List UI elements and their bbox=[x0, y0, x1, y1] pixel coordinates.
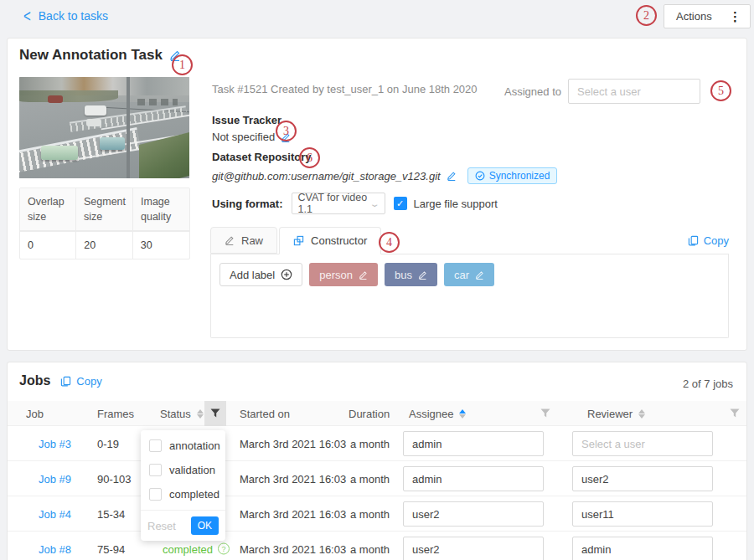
col-duration[interactable]: Duration bbox=[349, 401, 390, 426]
assigned-to-input[interactable] bbox=[568, 79, 700, 104]
jobs-copy-label: Copy bbox=[76, 375, 101, 388]
dataset-repository-block: Dataset Repository git@github.com:userna… bbox=[212, 151, 557, 184]
annotation-circle-1: 1 bbox=[172, 54, 193, 75]
checkbox-unchecked-icon[interactable] bbox=[149, 439, 162, 452]
task-details-card: New Annotation Task 1 Overlap size Segme… bbox=[7, 38, 747, 351]
check-circle-icon bbox=[475, 171, 485, 181]
block-build-icon bbox=[293, 235, 304, 246]
reviewer-input[interactable] bbox=[572, 537, 713, 560]
status-cell: completed ? bbox=[163, 542, 230, 555]
filter-option-annotation[interactable]: annotation bbox=[141, 434, 225, 458]
edit-label-person-icon[interactable] bbox=[359, 270, 368, 280]
job-link[interactable]: Job #8 bbox=[39, 542, 71, 555]
col-reviewer[interactable]: Reviewer bbox=[587, 401, 645, 426]
frames-cell: 90-103 bbox=[97, 472, 131, 485]
assignee-sorter-icon[interactable] bbox=[459, 409, 466, 419]
reviewer-input[interactable] bbox=[572, 431, 713, 456]
assignee-input[interactable] bbox=[403, 501, 544, 527]
reviewer-input[interactable] bbox=[572, 466, 713, 491]
jobs-card: Jobs Copy 2 of 7 jobs Job Frames Status … bbox=[7, 362, 747, 560]
param-header-quality: Image quality bbox=[133, 188, 189, 231]
filter-option-completed[interactable]: completed bbox=[141, 482, 225, 506]
filter-option-validation[interactable]: validation bbox=[141, 458, 225, 482]
checkbox-unchecked-icon[interactable] bbox=[149, 488, 162, 501]
dataset-repository-label: Dataset Repository bbox=[212, 151, 557, 163]
edit-label-car-icon[interactable] bbox=[475, 270, 484, 280]
job-link[interactable]: Job #4 bbox=[39, 507, 71, 520]
status-filter-dropdown: annotation validation completed Reset OK bbox=[141, 430, 225, 541]
task-params-table: Overlap size Segment size Image quality … bbox=[19, 188, 190, 259]
status-filter-icon[interactable] bbox=[204, 401, 226, 426]
task-title: New Annotation Task bbox=[19, 47, 163, 64]
edit-label-bus-icon[interactable] bbox=[418, 270, 427, 280]
task-title-row: New Annotation Task bbox=[19, 47, 181, 64]
assignee-input[interactable] bbox=[403, 431, 544, 456]
started-cell: March 3rd 2021 16:03 bbox=[240, 472, 346, 485]
more-actions-icon: ⋮ bbox=[729, 9, 741, 24]
duration-cell: a month bbox=[350, 542, 390, 555]
add-label-button[interactable]: Add label bbox=[219, 263, 302, 286]
sync-status-tag[interactable]: Synchronized bbox=[467, 167, 558, 184]
assignee-filter-icon[interactable] bbox=[535, 401, 556, 426]
filter-reset-button[interactable]: Reset bbox=[147, 520, 176, 532]
reviewer-sorter-icon[interactable] bbox=[638, 409, 645, 419]
checkbox-unchecked-icon[interactable] bbox=[149, 464, 162, 476]
actions-button[interactable]: Actions ⋮ bbox=[664, 4, 751, 28]
annotation-circle-3: 3 bbox=[276, 121, 297, 141]
duration-cell: a month bbox=[350, 507, 390, 520]
started-cell: March 3rd 2021 16:03 bbox=[240, 507, 346, 520]
label-chip-car[interactable]: car bbox=[444, 263, 494, 286]
col-assignee[interactable]: Assignee bbox=[409, 401, 466, 426]
edit-repository-icon[interactable] bbox=[447, 171, 457, 181]
annotation-circle-6: 6 bbox=[299, 147, 320, 168]
jobs-count-text: 2 of 7 jobs bbox=[683, 378, 733, 390]
question-circle-icon[interactable]: ? bbox=[218, 543, 230, 555]
reviewer-input[interactable] bbox=[572, 501, 713, 527]
label-bus-name: bus bbox=[395, 269, 412, 281]
job-row-4: Job #8 75-94 completed ? March 3rd 2021 … bbox=[8, 532, 746, 560]
back-to-tasks-link[interactable]: < Back to tasks bbox=[23, 8, 108, 23]
reviewer-filter-icon[interactable] bbox=[724, 401, 746, 426]
labels-tabbar: Raw Constructor Copy bbox=[210, 228, 729, 254]
tab-constructor[interactable]: Constructor bbox=[279, 227, 381, 254]
col-status[interactable]: Status bbox=[160, 401, 204, 426]
jobs-copy-button[interactable]: Copy bbox=[60, 375, 101, 388]
format-select[interactable]: CVAT for video 1.1 ⌄ bbox=[292, 193, 385, 214]
label-car-name: car bbox=[454, 269, 469, 281]
annotation-circle-2: 2 bbox=[636, 5, 657, 26]
col-started-on[interactable]: Started on bbox=[240, 401, 290, 426]
actions-label: Actions bbox=[676, 10, 712, 23]
chevron-down-icon: ⌄ bbox=[369, 199, 380, 208]
labels-copy-button[interactable]: Copy bbox=[688, 234, 729, 247]
tab-constructor-label: Constructor bbox=[311, 234, 367, 247]
param-header-overlap: Overlap size bbox=[20, 188, 76, 231]
status-sorter-icon[interactable] bbox=[197, 409, 204, 419]
using-format-row: Using format: CVAT for video 1.1 ⌄ ✓ Lar… bbox=[212, 193, 498, 214]
large-file-support-checkbox[interactable]: ✓ Large file support bbox=[394, 197, 498, 210]
add-label-text: Add label bbox=[230, 269, 275, 281]
annotation-circle-4: 4 bbox=[379, 232, 400, 253]
using-format-label: Using format: bbox=[212, 198, 283, 210]
param-value-quality: 30 bbox=[133, 232, 189, 259]
assignee-input[interactable] bbox=[403, 466, 544, 491]
jobs-title: Jobs bbox=[19, 373, 50, 388]
frames-cell: 15-34 bbox=[97, 507, 125, 520]
col-frames[interactable]: Frames bbox=[97, 401, 134, 426]
label-chip-person[interactable]: person bbox=[309, 263, 378, 286]
sync-status-label: Synchronized bbox=[489, 170, 550, 182]
col-job[interactable]: Job bbox=[26, 401, 44, 426]
job-link[interactable]: Job #3 bbox=[39, 437, 71, 450]
frames-cell: 75-94 bbox=[97, 542, 125, 555]
preview-trees bbox=[19, 90, 118, 102]
assignee-input[interactable] bbox=[403, 537, 544, 560]
tab-raw[interactable]: Raw bbox=[210, 227, 277, 254]
task-preview-image bbox=[19, 77, 189, 178]
label-chip-bus[interactable]: bus bbox=[385, 263, 437, 286]
job-link[interactable]: Job #9 bbox=[39, 472, 71, 485]
param-value-overlap: 0 bbox=[20, 232, 76, 259]
filter-ok-button[interactable]: OK bbox=[191, 516, 219, 535]
assigned-to-block: Assigned to bbox=[504, 79, 700, 104]
frames-cell: 0-19 bbox=[97, 437, 119, 450]
assigned-to-label: Assigned to bbox=[504, 85, 561, 98]
copy-icon bbox=[60, 376, 71, 387]
